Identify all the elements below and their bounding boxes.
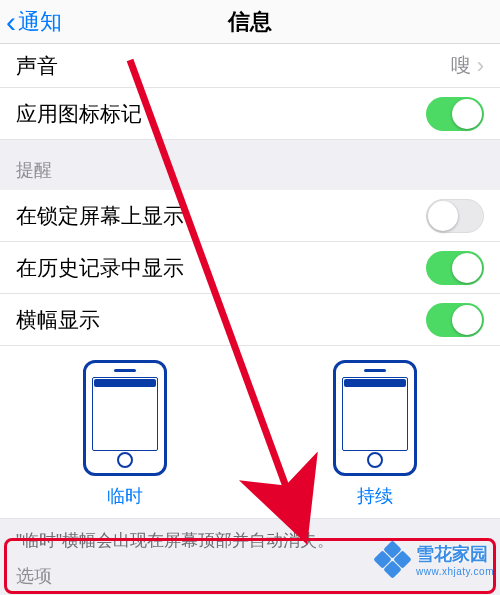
snowflake-icon	[376, 543, 410, 577]
phone-icon	[333, 360, 417, 476]
phone-icon	[83, 360, 167, 476]
banner-style-persistent-label: 持续	[357, 484, 393, 508]
banner-style-temporary-label: 临时	[107, 484, 143, 508]
history-label: 在历史记录中显示	[16, 254, 184, 282]
banner-label: 横幅显示	[16, 306, 100, 334]
badge-cell: 应用图标标记	[0, 88, 500, 140]
alerts-section-header: 提醒	[0, 140, 500, 190]
watermark: 雪花家园 www.xhjaty.com	[376, 542, 494, 577]
banner-cell: 横幅显示	[0, 294, 500, 346]
banner-toggle[interactable]	[426, 303, 484, 337]
watermark-brand: 雪花家园	[416, 544, 488, 564]
page-title: 信息	[0, 7, 500, 37]
history-toggle[interactable]	[426, 251, 484, 285]
history-cell: 在历史记录中显示	[0, 242, 500, 294]
chevron-right-icon: ›	[477, 53, 484, 79]
chevron-left-icon: ‹	[6, 11, 16, 33]
sound-label: 声音	[16, 52, 58, 80]
navigation-bar: ‹ 通知 信息	[0, 0, 500, 44]
banner-style-row: 临时 持续	[0, 346, 500, 519]
sound-value: 嗖	[451, 52, 471, 79]
banner-style-temporary[interactable]: 临时	[83, 360, 167, 508]
badge-label: 应用图标标记	[16, 100, 142, 128]
banner-style-persistent[interactable]: 持续	[333, 360, 417, 508]
back-button[interactable]: ‹ 通知	[6, 7, 62, 37]
lock-screen-cell: 在锁定屏幕上显示	[0, 190, 500, 242]
lock-screen-toggle[interactable]	[426, 199, 484, 233]
watermark-domain: www.xhjaty.com	[416, 566, 494, 577]
sound-cell[interactable]: 声音 嗖 ›	[0, 44, 500, 88]
back-label: 通知	[18, 7, 62, 37]
lock-screen-label: 在锁定屏幕上显示	[16, 202, 184, 230]
badge-toggle[interactable]	[426, 97, 484, 131]
